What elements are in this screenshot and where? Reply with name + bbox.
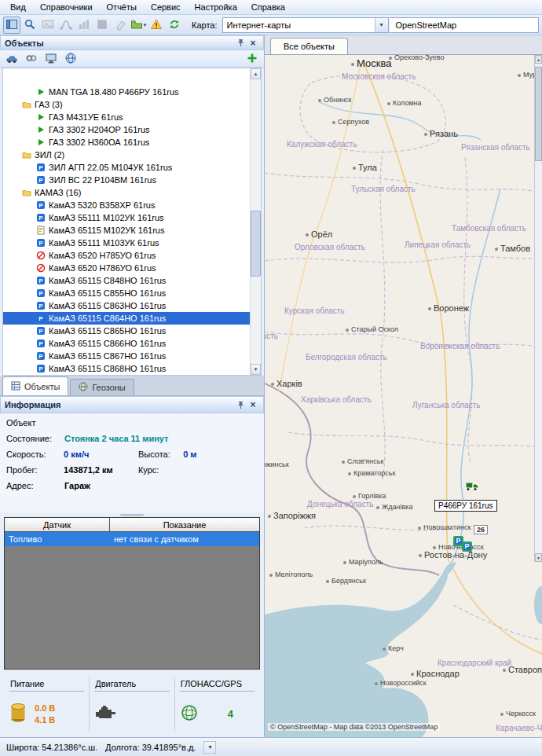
map-label-region: Рязанская область	[461, 143, 530, 152]
tree-item[interactable]: КамАЗ 65115 М102УК 161rus	[3, 224, 261, 237]
map-type-value: Интернет-карты	[227, 20, 291, 30]
tree-item-label: КамАЗ 55111 М102УК 161rus	[49, 213, 164, 222]
warning-button[interactable]	[148, 17, 165, 34]
link-button[interactable]	[23, 50, 40, 68]
map-label-city: Новошахтинск	[418, 523, 471, 531]
map-provider-field[interactable]: OpenStreetMap	[390, 17, 540, 33]
close-icon[interactable]: ×	[247, 37, 259, 49]
tree-item[interactable]: ЗИЛ (2)	[3, 149, 261, 161]
tree-scrollbar[interactable]: ▲ ▼	[250, 68, 261, 375]
tree-item[interactable]: КамАЗ 6520 Н785УО 61rus	[3, 249, 261, 262]
map-label-region: область	[265, 332, 278, 340]
chevron-down-icon[interactable]: ▾	[375, 18, 388, 32]
scroll-down-icon[interactable]: ▼	[535, 553, 542, 562]
chevron-down-icon[interactable]: ▾	[203, 741, 216, 754]
tree-item-label: КамАЗ 6520 Н786УО 61rus	[49, 263, 156, 273]
menu-item[interactable]: Отчёты	[100, 1, 144, 13]
tree-item-label: КамАЗ 65115 С855НО 161rus	[49, 288, 166, 298]
chart-button[interactable]	[75, 17, 93, 34]
tree-item[interactable]: КамАЗ 6520 Н786УО 61rus	[3, 262, 261, 274]
scroll-up-icon[interactable]: ▲	[251, 68, 261, 79]
tree-item[interactable]: PЗИЛ АГП 22.05 М104УК 161rus	[3, 161, 261, 174]
add-object-button[interactable]	[244, 50, 261, 68]
tree-item[interactable]: MAN TGA 18.480 Р466РУ 161rus	[3, 86, 261, 98]
stop-button[interactable]	[93, 17, 111, 34]
tree-item[interactable]: ГАЗ 3302 Н360ОА 161rus	[3, 136, 261, 149]
tab-geozones-label: Геозоны	[92, 383, 125, 392]
objects-panel-button[interactable]	[3, 17, 20, 34]
sensor-column-header[interactable]: Датчик	[5, 518, 110, 531]
route-button[interactable]	[57, 17, 75, 34]
map-label-region: Луганська область	[412, 401, 480, 409]
moving-icon	[36, 138, 46, 147]
course-label: Курс:	[138, 465, 183, 475]
table-row[interactable]: Топливонет связи с датчиком	[5, 532, 259, 546]
map-view[interactable]: МоскваОрехово-ЗуевоМосковская областьМур…	[265, 55, 542, 737]
engine-gauge: Двигатель	[89, 677, 174, 732]
tree-item[interactable]: ГАЗ 3302 Н204ОР 161rus	[3, 123, 261, 136]
tree-item[interactable]: PКамАЗ 65115 С864НО 161rus	[3, 312, 261, 325]
vehicle-marker[interactable]	[465, 479, 479, 493]
objects-tab-icon	[11, 381, 20, 392]
info-panel-header: Информация ×	[0, 396, 264, 413]
eraser-button[interactable]	[112, 17, 129, 34]
tree-item-label: КамАЗ 65115 С848НО 161rus	[49, 276, 166, 285]
tree-item[interactable]: PКамАЗ 65115 С866НО 161rus	[3, 337, 261, 350]
photo-button[interactable]	[39, 17, 57, 34]
tree-item[interactable]: PЗИЛ ВС 22 Р104ВМ 161rus	[3, 174, 261, 186]
sensors-table: Датчик Показание Топливонет связи с датч…	[4, 517, 260, 670]
chevron-down-icon[interactable]: ▾	[144, 22, 147, 28]
tree-item[interactable]: PКамАЗ 65115 С863НО 161rus	[3, 299, 261, 312]
vehicle-marker-label[interactable]: Р466РУ 161rus	[434, 500, 497, 512]
tree-item[interactable]: PКамАЗ 5320 В358ХР 61rus	[3, 199, 261, 211]
tree-item[interactable]: КАМАЗ (16)	[3, 186, 261, 199]
stop-icon	[96, 18, 108, 32]
tree-item[interactable]: PКамАЗ 65115 С867НО 161rus	[3, 350, 261, 362]
tab-geozones[interactable]: Геозоны	[70, 379, 134, 395]
vehicle-button[interactable]	[3, 50, 20, 68]
tab-objects[interactable]: Объекты	[2, 376, 68, 395]
link-icon	[25, 52, 38, 66]
scroll-down-icon[interactable]: ▼	[251, 364, 261, 375]
parking-marker[interactable]: P	[462, 541, 472, 552]
tree-item[interactable]: ГАЗ М431УЕ 61rus	[3, 111, 261, 123]
close-icon[interactable]: ×	[247, 399, 259, 411]
monitor-button[interactable]	[42, 50, 60, 68]
map-label-city: Воронеж	[428, 303, 469, 313]
menu-item[interactable]: Вид	[3, 1, 33, 13]
toolbar-icons: ▾	[3, 17, 183, 34]
svg-text:P: P	[38, 328, 43, 335]
scrollbar-thumb[interactable]	[251, 211, 261, 277]
map-label-city: Мелітополь	[269, 571, 313, 578]
tree-item[interactable]: PКамАЗ 55111 М103УК 61rus	[3, 237, 261, 249]
tree-item[interactable]: PКамАЗ 65115 С865НО 161rus	[3, 325, 261, 337]
tree-item[interactable]: PКамАЗ 65115 С868НО 161rus	[3, 362, 261, 375]
pin-icon[interactable]	[234, 37, 247, 49]
object-group-label: Объект	[6, 418, 35, 428]
map-label-city: Слов'янськ	[342, 457, 383, 465]
moving-icon	[36, 112, 46, 122]
menu-item[interactable]: Справочники	[33, 1, 100, 13]
menu-item[interactable]: Справка	[244, 1, 292, 13]
scrollbar-thumb[interactable]	[535, 67, 542, 161]
menu-item[interactable]: Сервис	[144, 1, 188, 13]
tree-item[interactable]: PКамАЗ 65115 С855НО 161rus	[3, 287, 261, 299]
refresh-button[interactable]	[166, 17, 183, 34]
map-label-city: Тула	[353, 163, 377, 172]
search-button[interactable]	[21, 17, 38, 34]
map-type-combobox[interactable]: Интернет-карты ▾	[222, 17, 389, 33]
map-scrollbar[interactable]: ▲ ▼	[534, 55, 542, 562]
map-label-region: Калужская область	[287, 140, 357, 149]
globe-button[interactable]	[62, 50, 79, 68]
value-column-header[interactable]: Показание	[110, 518, 259, 531]
tree-item[interactable]: PКамАЗ 55111 М102УК 161rus	[3, 211, 261, 224]
pin-icon[interactable]	[234, 399, 247, 411]
folder-open-icon	[130, 18, 143, 32]
menu-item[interactable]: Настройка	[188, 1, 244, 13]
vehicle-icon	[5, 52, 18, 66]
map-tab-all-objects[interactable]: Все объекты	[270, 38, 348, 54]
scroll-up-icon[interactable]: ▲	[535, 55, 542, 64]
tree-item[interactable]: ГАЗ (3)	[3, 98, 261, 111]
tree-item[interactable]: PКамАЗ 65115 С848НО 161rus	[3, 274, 261, 287]
folder-open-button[interactable]: ▾	[130, 17, 147, 34]
